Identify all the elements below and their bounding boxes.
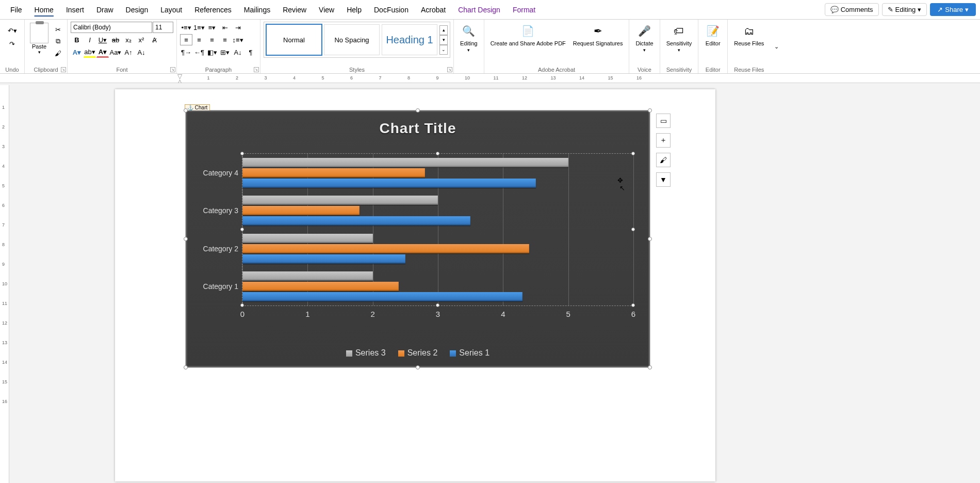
- numbering-button[interactable]: 1≡▾: [193, 22, 205, 33]
- tab-chart-design[interactable]: Chart Design: [452, 2, 507, 18]
- group-label-paragraph: Paragraph: [180, 66, 257, 73]
- dictate-button[interactable]: 🎤 Dictate ▾: [632, 22, 656, 54]
- sensitivity-button[interactable]: 🏷 Sensitivity ▾: [663, 22, 695, 54]
- tab-layout[interactable]: Layout: [154, 2, 188, 18]
- style-normal[interactable]: Normal: [266, 24, 322, 55]
- group-label-clipboard: Clipboard: [28, 66, 64, 73]
- style-no-spacing[interactable]: No Spacing: [324, 24, 380, 55]
- multilevel-list-button[interactable]: ≡▾: [206, 22, 218, 33]
- editor-button[interactable]: 📝 Editor: [701, 22, 724, 47]
- tab-view[interactable]: View: [313, 2, 340, 18]
- format-painter-button[interactable]: 🖌: [52, 47, 64, 59]
- cut-button[interactable]: ✂: [52, 24, 64, 35]
- copy-button[interactable]: ⧉: [52, 36, 64, 47]
- tab-format[interactable]: Format: [507, 2, 542, 18]
- ribbon: ↶▾ ↷ Undo Paste ▾ ✂ ⧉ 🖌 Clipboard ↘: [0, 20, 980, 74]
- group-sensitivity: 🏷 Sensitivity ▾ Sensitivity: [660, 20, 699, 73]
- tab-file[interactable]: File: [4, 2, 28, 18]
- font-launcher[interactable]: ↘: [170, 67, 175, 72]
- editing-menu-button[interactable]: 🔍 Editing ▾: [457, 22, 481, 54]
- font-size-combobox[interactable]: [153, 22, 173, 33]
- editing-mode-button[interactable]: ✎ Editing ▾: [882, 3, 927, 16]
- text-effects-button[interactable]: A▾: [71, 46, 83, 58]
- create-share-pdf-label: Create and Share Adobe PDF: [491, 40, 566, 46]
- sort-button[interactable]: A↓: [232, 46, 244, 58]
- tab-help[interactable]: Help: [340, 2, 368, 18]
- tab-docfusion[interactable]: DocFusion: [368, 2, 415, 18]
- gallery-more-button[interactable]: ⌄: [439, 45, 448, 55]
- undo-button[interactable]: ↶▾: [5, 25, 20, 36]
- bold-button[interactable]: B: [71, 34, 83, 45]
- group-voice: 🎤 Dictate ▾ Voice: [629, 20, 660, 73]
- redo-button[interactable]: ↷: [5, 38, 20, 50]
- reuse-files-button[interactable]: 🗂 Reuse Files: [731, 22, 767, 47]
- share-button[interactable]: ↗ Share ▾: [930, 3, 976, 16]
- create-share-pdf-button[interactable]: 📄 Create and Share Adobe PDF: [487, 22, 569, 47]
- font-name-combobox[interactable]: [71, 22, 152, 33]
- group-label-font: Font: [71, 66, 173, 73]
- shrink-font-button[interactable]: A↓: [135, 46, 148, 58]
- tab-mailings[interactable]: Mailings: [238, 2, 276, 18]
- ltr-button[interactable]: ¶→: [180, 46, 192, 58]
- tab-references[interactable]: References: [188, 2, 238, 18]
- increase-indent-button[interactable]: ⇥: [232, 22, 244, 33]
- request-signatures-button[interactable]: ✒ Request Signatures: [570, 22, 626, 47]
- clear-formatting-button[interactable]: A̷: [148, 34, 160, 45]
- group-label-editor: Editor: [701, 66, 724, 73]
- paragraph-launcher[interactable]: ↘: [254, 67, 259, 72]
- group-label-acrobat: Adobe Acrobat: [487, 66, 626, 73]
- underline-button[interactable]: U▾: [96, 34, 109, 45]
- styles-gallery[interactable]: Normal No Spacing Heading 1 ▴ ▾ ⌄: [264, 22, 450, 58]
- grow-font-button[interactable]: A↑: [122, 46, 135, 58]
- shading-button[interactable]: ◧▾: [206, 46, 218, 58]
- group-label-reuse: Reuse Files: [731, 66, 767, 73]
- tab-home[interactable]: Home: [28, 2, 60, 18]
- subscript-button[interactable]: x₂: [122, 34, 135, 45]
- group-label-sensitivity: Sensitivity: [663, 66, 695, 73]
- dictate-label: Dictate: [635, 40, 653, 46]
- group-label-voice: Voice: [632, 66, 656, 73]
- tab-design[interactable]: Design: [120, 2, 155, 18]
- horizontal-ruler[interactable]: 12345678910111213141516▽△: [0, 74, 980, 83]
- group-undo: ↶▾ ↷ Undo: [0, 20, 25, 73]
- comments-label: Comments: [841, 6, 873, 13]
- group-label-editing: [457, 72, 481, 73]
- gallery-down-button[interactable]: ▾: [439, 35, 448, 45]
- rtl-button[interactable]: ←¶: [193, 46, 205, 58]
- styles-launcher[interactable]: ↘: [447, 67, 452, 72]
- editing-label: Editing: [895, 6, 916, 13]
- paste-label: Paste: [32, 43, 46, 50]
- group-adobe-acrobat: 📄 Create and Share Adobe PDF ✒ Request S…: [484, 20, 630, 73]
- style-heading-1[interactable]: Heading 1: [382, 24, 437, 55]
- highlight-color-button[interactable]: ab▾: [84, 46, 96, 58]
- line-spacing-button[interactable]: ↕≡▾: [232, 34, 244, 45]
- request-signatures-label: Request Signatures: [573, 40, 623, 46]
- sensitivity-label: Sensitivity: [666, 40, 692, 46]
- clipboard-launcher[interactable]: ↘: [61, 67, 66, 72]
- clipboard-icon: [30, 23, 48, 43]
- bullets-button[interactable]: •≡▾: [180, 22, 192, 33]
- comment-icon: 💬: [830, 6, 839, 13]
- paste-button[interactable]: Paste ▾: [28, 22, 51, 56]
- tab-acrobat[interactable]: Acrobat: [415, 2, 452, 18]
- gallery-up-button[interactable]: ▴: [439, 25, 448, 35]
- justify-button[interactable]: ≡: [219, 34, 231, 45]
- collapse-ribbon-button[interactable]: ⌄: [770, 20, 783, 73]
- borders-button[interactable]: ⊞▾: [219, 46, 231, 58]
- align-center-button[interactable]: ≡: [193, 34, 205, 45]
- strikethrough-button[interactable]: ab: [109, 34, 122, 45]
- font-color-button[interactable]: A▾: [96, 46, 109, 58]
- comments-button[interactable]: 💬 Comments: [825, 3, 879, 16]
- align-left-button[interactable]: ≡: [180, 34, 192, 45]
- tab-draw[interactable]: Draw: [90, 2, 120, 18]
- decrease-indent-button[interactable]: ⇤: [219, 22, 231, 33]
- show-marks-button[interactable]: ¶: [244, 46, 257, 58]
- tab-insert[interactable]: Insert: [60, 2, 90, 18]
- chevron-down-icon: ▾: [678, 47, 680, 53]
- superscript-button[interactable]: x²: [135, 34, 148, 45]
- group-label-undo: Undo: [3, 66, 21, 73]
- align-right-button[interactable]: ≡: [206, 34, 218, 45]
- italic-button[interactable]: I: [84, 34, 96, 45]
- tab-review[interactable]: Review: [276, 2, 313, 18]
- change-case-button[interactable]: Aa▾: [109, 46, 122, 58]
